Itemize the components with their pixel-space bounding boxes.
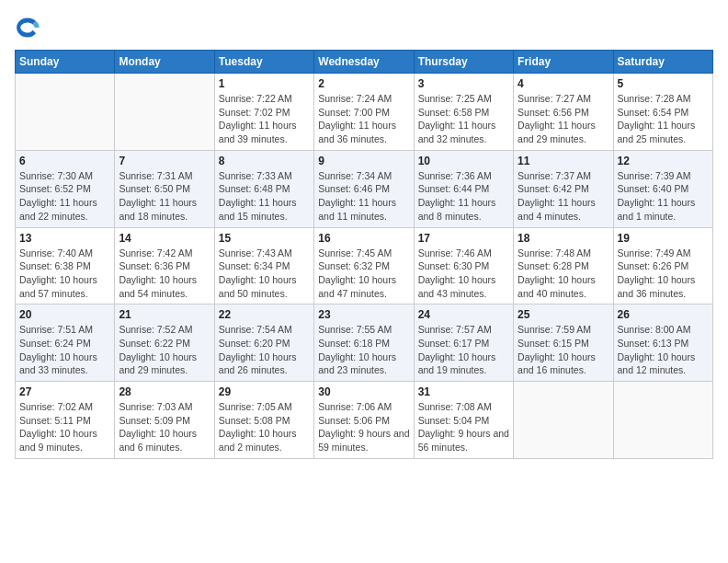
calendar-cell: 2Sunrise: 7:24 AM Sunset: 7:00 PM Daylig… [314,74,414,151]
day-info: Sunrise: 7:54 AM Sunset: 6:20 PM Dayligh… [219,323,310,377]
calendar-cell: 10Sunrise: 7:36 AM Sunset: 6:44 PM Dayli… [414,150,513,227]
calendar-cell: 25Sunrise: 7:59 AM Sunset: 6:15 PM Dayli… [514,304,613,382]
day-number: 5 [618,77,709,90]
calendar-cell: 23Sunrise: 7:55 AM Sunset: 6:18 PM Dayli… [314,304,414,382]
day-number: 28 [119,385,210,398]
day-info: Sunrise: 7:30 AM Sunset: 6:52 PM Dayligh… [19,169,110,224]
day-number: 8 [219,155,310,167]
day-number: 30 [318,385,409,398]
day-info: Sunrise: 7:25 AM Sunset: 6:58 PM Dayligh… [418,92,509,146]
calendar-week-row: 1Sunrise: 7:22 AM Sunset: 7:02 PM Daylig… [16,74,713,151]
day-number: 6 [19,155,110,167]
day-info: Sunrise: 7:59 AM Sunset: 6:15 PM Dayligh… [518,323,609,377]
day-info: Sunrise: 7:46 AM Sunset: 6:30 PM Dayligh… [418,247,509,301]
logo [15,15,44,40]
calendar-week-row: 20Sunrise: 7:51 AM Sunset: 6:24 PM Dayli… [16,304,713,382]
calendar-cell [16,74,115,151]
day-number: 25 [518,308,609,321]
day-info: Sunrise: 7:31 AM Sunset: 6:50 PM Dayligh… [119,169,210,224]
calendar-cell: 21Sunrise: 7:52 AM Sunset: 6:22 PM Dayli… [115,304,214,382]
day-info: Sunrise: 7:08 AM Sunset: 5:04 PM Dayligh… [418,400,509,454]
weekday-header-tuesday: Tuesday [214,51,313,74]
calendar-cell: 4Sunrise: 7:27 AM Sunset: 6:56 PM Daylig… [514,74,613,151]
weekday-header-monday: Monday [115,51,214,74]
calendar-cell [514,382,613,459]
day-info: Sunrise: 7:48 AM Sunset: 6:28 PM Dayligh… [518,247,609,301]
calendar-cell: 15Sunrise: 7:43 AM Sunset: 6:34 PM Dayli… [214,227,313,304]
day-number: 26 [618,308,709,321]
day-info: Sunrise: 7:40 AM Sunset: 6:38 PM Dayligh… [19,247,110,301]
calendar-cell: 26Sunrise: 8:00 AM Sunset: 6:13 PM Dayli… [613,304,712,382]
calendar-cell: 13Sunrise: 7:40 AM Sunset: 6:38 PM Dayli… [16,227,115,304]
weekday-header-row: SundayMondayTuesdayWednesdayThursdayFrid… [16,51,713,74]
calendar-cell [115,74,214,151]
day-number: 22 [219,308,310,321]
calendar-cell: 8Sunrise: 7:33 AM Sunset: 6:48 PM Daylig… [214,150,313,227]
day-info: Sunrise: 7:51 AM Sunset: 6:24 PM Dayligh… [19,323,110,377]
day-info: Sunrise: 7:03 AM Sunset: 5:09 PM Dayligh… [119,400,210,454]
weekday-header-saturday: Saturday [613,51,712,74]
day-number: 13 [19,232,110,245]
calendar-cell: 5Sunrise: 7:28 AM Sunset: 6:54 PM Daylig… [613,74,712,151]
day-number: 15 [219,232,310,245]
calendar-cell [613,382,712,459]
calendar-cell: 1Sunrise: 7:22 AM Sunset: 7:02 PM Daylig… [214,74,313,151]
day-number: 19 [618,232,709,245]
calendar-cell: 3Sunrise: 7:25 AM Sunset: 6:58 PM Daylig… [414,74,513,151]
day-info: Sunrise: 7:06 AM Sunset: 5:06 PM Dayligh… [318,400,409,454]
calendar-cell: 24Sunrise: 7:57 AM Sunset: 6:17 PM Dayli… [414,304,513,382]
day-number: 18 [518,232,609,245]
day-number: 29 [219,385,310,398]
day-number: 4 [518,77,609,90]
day-info: Sunrise: 7:49 AM Sunset: 6:26 PM Dayligh… [618,247,709,301]
day-info: Sunrise: 7:42 AM Sunset: 6:36 PM Dayligh… [119,247,210,301]
calendar-cell: 12Sunrise: 7:39 AM Sunset: 6:40 PM Dayli… [613,150,712,227]
calendar-cell: 31Sunrise: 7:08 AM Sunset: 5:04 PM Dayli… [414,382,513,459]
day-info: Sunrise: 7:22 AM Sunset: 7:02 PM Dayligh… [219,92,310,146]
day-info: Sunrise: 7:37 AM Sunset: 6:42 PM Dayligh… [518,169,609,224]
day-info: Sunrise: 7:45 AM Sunset: 6:32 PM Dayligh… [318,247,409,301]
day-info: Sunrise: 7:57 AM Sunset: 6:17 PM Dayligh… [418,323,509,377]
day-number: 20 [19,308,110,321]
calendar-cell: 22Sunrise: 7:54 AM Sunset: 6:20 PM Dayli… [214,304,313,382]
day-info: Sunrise: 7:05 AM Sunset: 5:08 PM Dayligh… [219,400,310,454]
day-number: 2 [318,77,409,90]
calendar-week-row: 6Sunrise: 7:30 AM Sunset: 6:52 PM Daylig… [16,150,713,227]
weekday-header-sunday: Sunday [16,51,115,74]
day-number: 21 [119,308,210,321]
calendar-cell: 27Sunrise: 7:02 AM Sunset: 5:11 PM Dayli… [16,382,115,459]
weekday-header-thursday: Thursday [414,51,513,74]
day-number: 17 [418,232,509,245]
calendar-table: SundayMondayTuesdayWednesdayThursdayFrid… [15,50,713,459]
weekday-header-wednesday: Wednesday [314,51,414,74]
day-number: 16 [318,232,409,245]
day-number: 31 [418,385,509,398]
day-number: 10 [418,155,509,167]
day-info: Sunrise: 7:33 AM Sunset: 6:48 PM Dayligh… [219,169,310,224]
day-number: 12 [618,155,709,167]
day-number: 27 [19,385,110,398]
calendar-cell: 9Sunrise: 7:34 AM Sunset: 6:46 PM Daylig… [314,150,414,227]
day-info: Sunrise: 7:43 AM Sunset: 6:34 PM Dayligh… [219,247,310,301]
calendar-cell: 16Sunrise: 7:45 AM Sunset: 6:32 PM Dayli… [314,227,414,304]
day-info: Sunrise: 7:55 AM Sunset: 6:18 PM Dayligh… [318,323,409,377]
day-info: Sunrise: 7:52 AM Sunset: 6:22 PM Dayligh… [119,323,210,377]
day-info: Sunrise: 7:34 AM Sunset: 6:46 PM Dayligh… [318,169,409,224]
day-number: 14 [119,232,210,245]
day-number: 24 [418,308,509,321]
day-info: Sunrise: 7:02 AM Sunset: 5:11 PM Dayligh… [19,400,110,454]
calendar-cell: 14Sunrise: 7:42 AM Sunset: 6:36 PM Dayli… [115,227,214,304]
calendar-cell: 29Sunrise: 7:05 AM Sunset: 5:08 PM Dayli… [214,382,313,459]
calendar-cell: 7Sunrise: 7:31 AM Sunset: 6:50 PM Daylig… [115,150,214,227]
calendar-week-row: 13Sunrise: 7:40 AM Sunset: 6:38 PM Dayli… [16,227,713,304]
calendar-cell: 18Sunrise: 7:48 AM Sunset: 6:28 PM Dayli… [514,227,613,304]
weekday-header-friday: Friday [514,51,613,74]
day-number: 7 [119,155,210,167]
day-info: Sunrise: 7:28 AM Sunset: 6:54 PM Dayligh… [618,92,709,146]
day-info: Sunrise: 8:00 AM Sunset: 6:13 PM Dayligh… [618,323,709,377]
page-header [15,15,713,40]
day-info: Sunrise: 7:39 AM Sunset: 6:40 PM Dayligh… [618,169,709,224]
calendar-cell: 20Sunrise: 7:51 AM Sunset: 6:24 PM Dayli… [16,304,115,382]
calendar-cell: 17Sunrise: 7:46 AM Sunset: 6:30 PM Dayli… [414,227,513,304]
calendar-cell: 30Sunrise: 7:06 AM Sunset: 5:06 PM Dayli… [314,382,414,459]
